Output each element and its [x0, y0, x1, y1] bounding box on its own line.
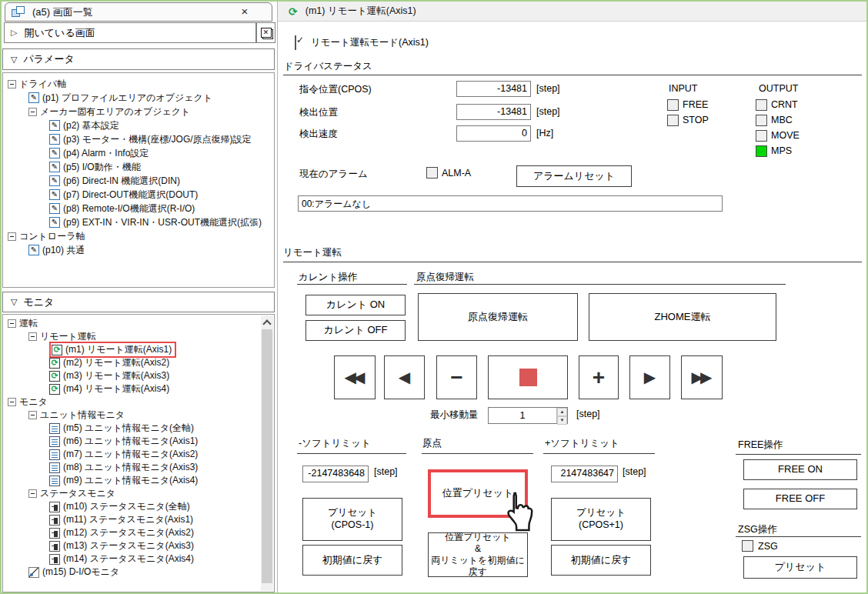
preset-cpos-plus-button[interactable]: プリセット (CPOS+1) — [551, 498, 651, 541]
preset-cpos-minus-button[interactable]: プリセット (CPOS-1) — [302, 498, 402, 541]
parameters-section-header[interactable]: ▽ パラメータ — [2, 48, 275, 70]
spinner-down-icon[interactable]: ▼ — [557, 416, 567, 425]
monitor-tree-item-19[interactable]: (m14) ステータスモニタ(Axis4) — [3, 552, 261, 566]
monitor-tree-item-20[interactable]: (m15) D-I/Oモニタ — [3, 566, 261, 579]
remote-mode-checkbox[interactable] — [295, 35, 296, 50]
zsg-op-title: ZSG操作 — [738, 523, 777, 536]
monitor-tree-item-17[interactable]: (m12) ステータスモニタ(Axis2) — [3, 526, 261, 539]
param-tree-item-6[interactable]: ✎(p4) Alarm・Info設定 — [3, 146, 274, 160]
tree-item-label: モニタ — [19, 395, 48, 409]
tree-expander-minus-icon[interactable] — [28, 332, 37, 341]
pencil-icon: ✎ — [49, 148, 60, 159]
zhome-button[interactable]: ZHOME運転 — [589, 293, 776, 341]
jog-reverse-button[interactable]: ◀ — [384, 355, 425, 399]
param-tree-item-7[interactable]: ✎(p5) I/O動作・機能 — [3, 160, 274, 174]
output-indicator-group: CRNTMBCMOVEMPS — [756, 97, 800, 159]
param-tree-item-5[interactable]: ✎(p3) モーター・機構(座標/JOG/原点復帰)設定 — [3, 132, 274, 146]
origin-title: 原点 — [422, 437, 442, 450]
monitor-tree-item-15[interactable]: (m10) ステータスモニタ(全軸) — [3, 500, 261, 513]
param-tree-item-3[interactable]: メーカー固有エリアのオブジェクト — [3, 105, 274, 118]
tree-expander-minus-icon[interactable] — [28, 108, 37, 116]
current-on-button[interactable]: カレント ON — [305, 295, 406, 315]
jog-minus-button[interactable]: − — [436, 355, 477, 399]
monitor-tree-item-3[interactable]: ⟳(m1) リモート運転(Axis1) — [3, 343, 261, 356]
jog-forward-button[interactable]: ▶ — [629, 355, 670, 399]
scrollbar-thumb[interactable] — [262, 329, 272, 583]
unit-icon — [49, 476, 60, 486]
driver-status-underline — [283, 75, 862, 75]
tree-item-label: (p4) Alarm・Info設定 — [63, 147, 149, 160]
monitor-tree-item-5[interactable]: ⟳(m3) リモート運転(Axis3) — [3, 369, 261, 382]
tree-expander-minus-icon[interactable] — [8, 398, 16, 406]
close-all-screens-button[interactable]: ✕ — [256, 22, 275, 43]
stop-button[interactable] — [488, 355, 568, 399]
tree-expander-minus-icon[interactable] — [28, 411, 37, 419]
param-tree-item-2[interactable]: ✎(p1) プロファイルエリアのオブジェクト — [3, 91, 274, 105]
monitor-section-header[interactable]: ▽ モニタ — [2, 292, 275, 312]
monitor-tree-item-18[interactable]: (m13) ステータスモニタ(Axis3) — [3, 539, 261, 552]
param-tree-item-1[interactable]: ドライバ軸 — [3, 77, 274, 91]
soft-limit-minus-value[interactable]: -2147483648 — [302, 466, 369, 482]
monitor-tree-item-1[interactable]: 運転 — [3, 317, 261, 330]
refresh-icon: ⟳ — [49, 371, 60, 382]
jog-fast-forward-button[interactable]: ▶▶ — [681, 355, 723, 399]
monitor-tree-item-16[interactable]: (m11) ステータスモニタ(Axis1) — [3, 513, 261, 526]
scrollbar-up-icon[interactable] — [261, 315, 273, 329]
free-op-title: FREE操作 — [738, 439, 783, 452]
min-move-stepper[interactable]: 1 ▲ ▼ — [488, 407, 568, 424]
alarm-reset-button[interactable]: アラームリセット — [516, 165, 632, 187]
monitor-tree-item-10[interactable]: (m6) ユニット情報モニタ(Axis1) — [3, 435, 261, 448]
monitor-tree-item-9[interactable]: (m5) ユニット情報モニタ(全軸) — [3, 422, 261, 435]
spinner-up-icon[interactable]: ▲ — [557, 408, 567, 416]
monitor-tree-item-6[interactable]: ⟳(m4) リモート運転(Axis4) — [3, 382, 261, 395]
jog-fast-reverse-button[interactable]: ◀◀ — [334, 355, 376, 399]
monitor-tree-item-4[interactable]: ⟳(m2) リモート運転(Axis2) — [3, 356, 261, 369]
output-crnt-indicator — [756, 99, 767, 111]
min-move-value[interactable]: 1 — [489, 408, 556, 423]
close-icon[interactable]: × — [238, 5, 252, 18]
jog-plus-button[interactable]: + — [579, 355, 619, 399]
tree-item-label: (m13) ステータスモニタ(Axis3) — [63, 539, 194, 552]
param-tree-item-13[interactable]: ✎(p10) 共通 — [3, 243, 274, 257]
param-tree-item-12[interactable]: コントローラ軸 — [3, 229, 274, 243]
open-screens-header[interactable]: ▷ 開いている画面 — [4, 22, 256, 43]
current-off-button[interactable]: カレント OFF — [305, 320, 406, 341]
tree-scrollbar[interactable] — [261, 315, 273, 591]
param-tree-item-8[interactable]: ✎(p6) Direct-IN 機能選択(DIN) — [3, 174, 274, 188]
home-return-button[interactable]: 原点復帰運転 — [418, 293, 578, 341]
reset-default-plus-button[interactable]: 初期値に戻す — [551, 545, 651, 576]
tree-item-label: (m4) リモート運転(Axis4) — [63, 382, 169, 395]
homing-title: 原点復帰運転 — [416, 271, 474, 284]
preset-cpos-plus-line2: (CPOS+1) — [579, 519, 623, 532]
tree-item-label: (m7) ユニット情報モニタ(Axis2) — [63, 448, 198, 461]
tree-item-label: (p2) 基本設定 — [63, 119, 119, 132]
tree-item-label: (m11) ステータスモニタ(Axis1) — [63, 513, 193, 526]
tree-expander-minus-icon[interactable] — [8, 232, 16, 241]
refresh-icon: ⟳ — [52, 345, 62, 355]
free-on-button[interactable]: FREE ON — [743, 459, 857, 480]
min-move-label: 最小移動量 — [430, 409, 479, 422]
monitor-tree-item-11[interactable]: (m7) ユニット情報モニタ(Axis2) — [3, 448, 261, 461]
monitor-tree-item-14[interactable]: ステータスモニタ — [3, 487, 261, 500]
param-tree-item-4[interactable]: ✎(p2) 基本設定 — [3, 118, 274, 132]
screen-list-tab[interactable]: (a5) 画面一覧 × — [5, 2, 272, 22]
tree-item-label: (m1) リモート運転(Axis1) — [65, 343, 172, 356]
param-tree-item-9[interactable]: ✎(p7) Direct-OUT機能選択(DOUT) — [3, 188, 274, 202]
monitor-tree-item-8[interactable]: ユニット情報モニタ — [3, 409, 261, 422]
param-tree-item-10[interactable]: ✎(p8) Remote-I/O機能選択(R-I/O) — [3, 202, 274, 215]
param-tree-item-11[interactable]: ✎(p9) EXT-IN・VIR-IN・USR-OUT機能選択(拡張) — [3, 215, 274, 229]
monitor-tree-item-7[interactable]: モニタ — [3, 395, 261, 409]
monitor-tree-item-12[interactable]: (m8) ユニット情報モニタ(Axis3) — [3, 461, 261, 474]
reset-default-minus-button[interactable]: 初期値に戻す — [302, 545, 402, 576]
monitor-section-label: モニタ — [23, 295, 54, 309]
unit-icon — [49, 423, 60, 434]
tree-expander-minus-icon[interactable] — [8, 319, 16, 328]
position-preset-and-limits-reset-button[interactable]: 位置プリセット & 両リミットを初期値に戻す — [428, 532, 528, 577]
free-off-button[interactable]: FREE OFF — [743, 489, 857, 509]
soft-limit-plus-value[interactable]: 2147483647 — [551, 466, 618, 482]
chevron-right-icon: ▷ — [11, 28, 17, 38]
tree-expander-minus-icon[interactable] — [28, 489, 37, 498]
monitor-tree-item-13[interactable]: (m9) ユニット情報モニタ(Axis4) — [3, 474, 261, 487]
zsg-preset-button[interactable]: プリセット — [743, 556, 857, 579]
tree-expander-minus-icon[interactable] — [8, 80, 16, 88]
